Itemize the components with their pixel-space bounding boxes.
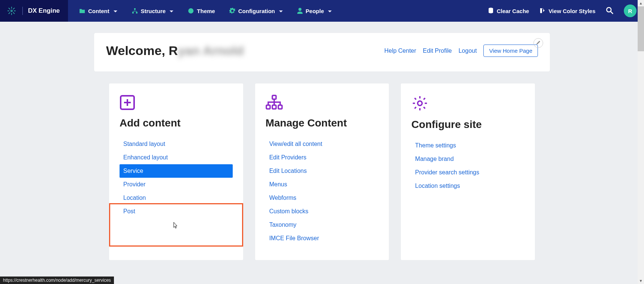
card-configure-site: Configure site Theme settingsManage bran… — [401, 83, 535, 260]
clear-cache-button[interactable]: Clear Cache — [488, 7, 529, 15]
svg-line-8 — [9, 12, 10, 14]
welcome-links: Help Center Edit Profile Logout View Hom… — [384, 45, 538, 57]
chevron-down-icon — [328, 8, 332, 14]
svg-rect-9 — [134, 8, 136, 10]
manage-content-list: View/edit all contentEdit ProvidersEdit … — [266, 137, 379, 245]
welcome-prefix: Welcome, R — [106, 43, 178, 58]
card-manage-content: Manage Content View/edit all contentEdit… — [255, 83, 389, 260]
list-item[interactable]: Custom blocks — [266, 205, 379, 218]
nav-label: Content — [88, 8, 109, 14]
list-item[interactable]: Taxonomy — [266, 218, 379, 232]
clear-cache-label: Clear Cache — [497, 8, 529, 14]
brand[interactable]: DX Engine — [0, 0, 68, 22]
database-icon — [488, 7, 494, 15]
list-item[interactable]: Theme settings — [411, 139, 524, 152]
svg-point-23 — [418, 101, 422, 106]
add-content-list: Standard layoutEnhanced layoutServicePro… — [120, 137, 233, 218]
svg-rect-19 — [272, 95, 276, 99]
list-item[interactable]: Standard layout — [120, 137, 233, 151]
brand-logo-icon — [7, 6, 16, 16]
nav-label: People — [306, 8, 324, 14]
gear-icon — [229, 8, 235, 14]
welcome-bar: Welcome, Ryan Arnold Help Center Edit Pr… — [94, 33, 550, 71]
topbar: DX Engine Content Structure Theme Config… — [0, 0, 644, 22]
welcome-name-blurred: yan Arnold — [178, 43, 244, 58]
nav-label: Theme — [197, 8, 215, 14]
svg-line-5 — [9, 8, 10, 9]
svg-rect-11 — [136, 12, 137, 13]
nav-label: Configuration — [238, 8, 275, 14]
svg-point-0 — [11, 10, 12, 12]
list-item[interactable]: Location settings — [411, 179, 524, 193]
view-color-styles-button[interactable]: View Color Styles — [539, 7, 595, 15]
scroll-thumb[interactable] — [638, 6, 644, 51]
search-icon — [606, 7, 613, 15]
gear-large-icon — [411, 95, 524, 113]
help-center-link[interactable]: Help Center — [384, 48, 416, 54]
chevron-down-icon — [113, 8, 118, 14]
svg-line-7 — [13, 8, 15, 9]
list-item[interactable]: View/edit all content — [266, 137, 379, 151]
plus-square-icon — [120, 95, 233, 112]
nav-theme[interactable]: Theme — [188, 8, 215, 14]
list-item[interactable]: Enhanced layout — [120, 151, 233, 164]
configure-site-list: Theme settingsManage brandProvider searc… — [411, 139, 524, 193]
list-item[interactable]: Menus — [266, 178, 379, 191]
svg-point-14 — [607, 7, 611, 12]
brand-name: DX Engine — [28, 7, 60, 15]
list-item[interactable]: Post — [120, 205, 233, 218]
logout-link[interactable]: Logout — [458, 48, 477, 54]
list-item[interactable]: IMCE File Browser — [266, 232, 379, 245]
svg-rect-21 — [272, 105, 276, 109]
list-item[interactable]: Provider search settings — [411, 166, 524, 179]
search-button[interactable] — [606, 7, 613, 15]
brand-divider — [22, 7, 23, 15]
pencil-icon — [536, 40, 541, 46]
svg-point-12 — [188, 8, 193, 13]
card-title: Configure site — [411, 119, 524, 131]
svg-line-6 — [13, 12, 15, 14]
avatar[interactable]: R — [624, 4, 637, 17]
nav-structure[interactable]: Structure — [132, 8, 174, 14]
list-item[interactable]: Edit Providers — [266, 151, 379, 164]
svg-line-15 — [611, 12, 613, 14]
card-title: Add content — [120, 117, 233, 129]
topbar-right: Clear Cache View Color Styles R — [488, 4, 644, 17]
nav: Content Structure Theme Configuration Pe… — [68, 8, 332, 14]
chevron-down-icon — [169, 8, 174, 14]
svg-rect-10 — [132, 12, 134, 13]
card-add-content: Add content Standard layoutEnhanced layo… — [109, 83, 243, 260]
theme-icon — [188, 8, 194, 14]
sitemap-icon — [266, 95, 379, 112]
card-title: Manage Content — [266, 117, 379, 129]
view-home-page-button[interactable]: View Home Page — [483, 45, 538, 57]
list-item[interactable]: Manage brand — [411, 152, 524, 166]
nav-label: Structure — [141, 8, 166, 14]
person-icon — [297, 8, 303, 14]
nav-configuration[interactable]: Configuration — [229, 8, 283, 14]
svg-rect-20 — [266, 105, 270, 109]
cards-row: Add content Standard layoutEnhanced layo… — [94, 83, 550, 260]
page-title: Welcome, Ryan Arnold — [106, 43, 244, 58]
list-item[interactable]: Edit Locations — [266, 164, 379, 178]
folder-icon — [79, 8, 85, 13]
cursor-icon — [172, 222, 179, 230]
structure-icon — [132, 8, 138, 14]
list-item[interactable]: Service — [120, 164, 233, 178]
nav-people[interactable]: People — [297, 8, 332, 14]
chevron-down-icon — [279, 8, 283, 14]
list-item[interactable]: Location — [120, 191, 233, 205]
nav-content[interactable]: Content — [79, 8, 118, 14]
list-item[interactable]: Webforms — [266, 191, 379, 205]
view-styles-label: View Color Styles — [548, 8, 595, 14]
edit-button[interactable] — [533, 38, 543, 48]
edit-profile-link[interactable]: Edit Profile — [423, 48, 452, 54]
list-item[interactable]: Provider — [120, 178, 233, 191]
scroll-up-icon[interactable]: ▲ — [638, 0, 644, 6]
swatch-icon — [539, 7, 545, 15]
avatar-letter: R — [628, 8, 632, 14]
scrollbar[interactable]: ▲ ▼ — [638, 0, 644, 260]
svg-rect-22 — [278, 105, 282, 109]
page: Welcome, Ryan Arnold Help Center Edit Pr… — [87, 33, 557, 260]
